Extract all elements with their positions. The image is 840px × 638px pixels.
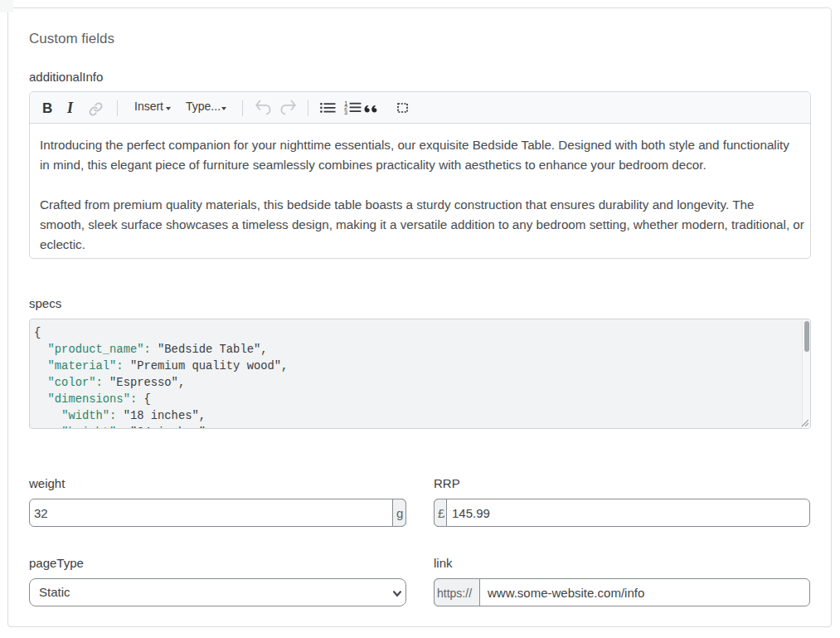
svg-text:3: 3: [344, 109, 347, 114]
